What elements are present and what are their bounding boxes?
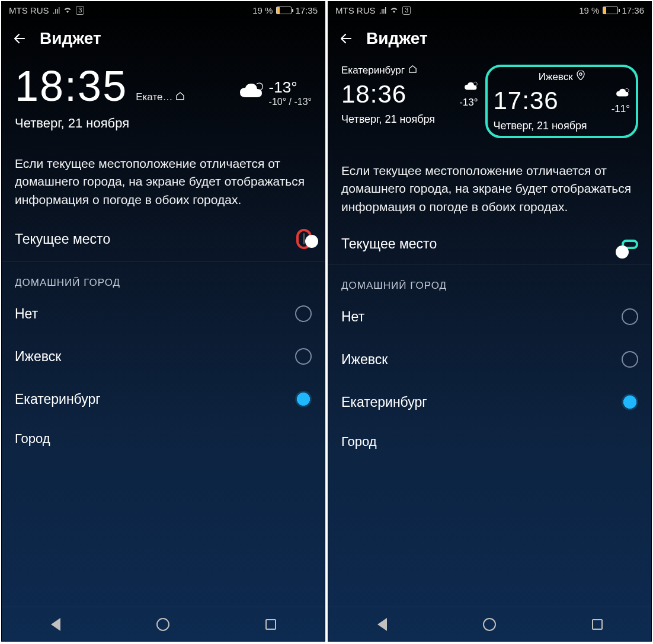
header: Виджет (328, 18, 651, 65)
col-date: Четверг, 21 ноября (494, 120, 630, 132)
location-toggle[interactable] (303, 233, 305, 244)
preview-time: 18:35 (15, 65, 127, 107)
option-izhevsk[interactable]: Ижевск (341, 338, 638, 381)
preview-temp: -13° (269, 78, 312, 97)
option-label: Ижевск (341, 352, 388, 368)
divider (328, 264, 651, 264)
option-label: Ижевск (15, 349, 61, 365)
preview-date: Четверг, 21 ноября (15, 116, 312, 131)
section-header: ДОМАШНИЙ ГОРОД (341, 280, 638, 292)
nav-back-button[interactable] (358, 618, 406, 631)
wifi-icon (63, 5, 72, 15)
nav-bar (328, 607, 651, 641)
page-title: Виджет (366, 29, 428, 48)
square-icon (592, 619, 603, 630)
option-label: Нет (15, 306, 38, 322)
nav-bar (2, 607, 325, 641)
signal-icon: .ııl (379, 5, 386, 15)
header: Виджет (2, 18, 325, 65)
battery-pct: 19 % (579, 5, 599, 15)
option-label: Екатеринбург (341, 394, 427, 410)
option-ekaterinburg[interactable]: Екатеринбург (341, 381, 638, 423)
status-bar: MTS RUS .ııl 3 19 % 17:36 (328, 2, 651, 18)
battery-icon (603, 7, 618, 14)
option-label: Нет (341, 309, 364, 325)
col-date: Четверг, 21 ноября (341, 113, 478, 126)
col-temp: -11° (612, 103, 630, 115)
nav-recent-button[interactable] (247, 619, 295, 630)
status-bar: MTS RUS .ııl 3 19 % 17:35 (2, 2, 325, 18)
col-temp: -13° (459, 97, 478, 109)
battery-icon (276, 7, 292, 14)
circle-icon (156, 618, 169, 631)
weather-icon (459, 80, 478, 97)
option-none[interactable]: Нет (341, 295, 638, 338)
home-icon (175, 91, 185, 104)
back-icon[interactable] (12, 31, 28, 46)
sim-badge: 3 (402, 6, 411, 15)
widget-preview: 18:35 Екате… -13° -10° / -13° Чет (2, 65, 325, 137)
radio-icon (295, 348, 312, 365)
toggle-label: Текущее место (341, 236, 437, 252)
toggle-label: Текущее место (15, 231, 110, 247)
col-time: 17:36 (494, 87, 559, 115)
col-city: Екатеринбург (341, 65, 405, 76)
location-pin-icon (577, 71, 585, 83)
description: Если текущее местоположение отличается о… (15, 155, 312, 209)
option-ekaterinburg[interactable]: Екатеринбург (15, 378, 312, 420)
radio-icon (295, 305, 312, 322)
preview-col-home: Екатеринбург 18:36 -13° Четверг, 21 нояб… (341, 65, 478, 138)
phone-right: MTS RUS .ııl 3 19 % 17:36 Виджет Екатери… (328, 1, 652, 642)
col-city: Ижевск (539, 71, 573, 83)
radio-icon-selected (295, 391, 312, 407)
nav-recent-button[interactable] (574, 619, 621, 630)
preview-col-location-highlighted: Ижевск 17:36 -11° Четверг, 21 ноября (485, 65, 639, 138)
radio-icon-selected (622, 394, 638, 410)
wifi-icon (389, 5, 399, 15)
phone-left: MTS RUS .ııl 3 19 % 17:35 Виджет 18:35 Е… (1, 1, 325, 642)
home-icon (408, 65, 417, 76)
highlight-marker-teal (622, 240, 638, 249)
signal-icon: .ııl (53, 5, 60, 15)
section-header: ДОМАШНИЙ ГОРОД (15, 277, 312, 289)
nav-back-button[interactable] (32, 618, 79, 631)
preview-city: Екате… (136, 91, 172, 103)
weather-icon (612, 87, 630, 103)
toggle-row: Текущее место (15, 229, 312, 261)
divider (2, 261, 325, 262)
page-title: Виджет (40, 29, 101, 48)
option-izhevsk[interactable]: Ижевск (15, 335, 312, 378)
statusbar-time: 17:36 (622, 5, 644, 15)
option-none[interactable]: Нет (15, 292, 312, 335)
circle-icon (483, 618, 496, 631)
carrier-label: MTS RUS (9, 5, 49, 15)
battery-pct: 19 % (252, 5, 273, 15)
radio-icon (622, 351, 638, 368)
nav-home-button[interactable] (139, 618, 187, 631)
toggle-row: Текущее место (341, 236, 638, 264)
nav-home-button[interactable] (466, 618, 513, 631)
carrier-label: MTS RUS (335, 5, 376, 15)
city-label[interactable]: Город (341, 434, 638, 449)
city-label[interactable]: Город (15, 431, 312, 447)
radio-icon (622, 308, 638, 325)
col-time: 18:36 (341, 80, 406, 109)
statusbar-time: 17:35 (295, 5, 318, 15)
weather-icon (237, 79, 264, 107)
triangle-icon (377, 618, 387, 631)
back-icon[interactable] (339, 31, 354, 46)
triangle-icon (51, 618, 60, 631)
widget-preview-dual: Екатеринбург 18:36 -13° Четверг, 21 нояб… (328, 65, 651, 144)
preview-temp-range: -10° / -13° (269, 97, 312, 107)
square-icon (265, 619, 276, 630)
option-label: Екатеринбург (15, 391, 101, 407)
highlight-marker-red (296, 229, 312, 249)
description: Если текущее местоположение отличается о… (341, 162, 638, 216)
sim-badge: 3 (76, 6, 84, 15)
